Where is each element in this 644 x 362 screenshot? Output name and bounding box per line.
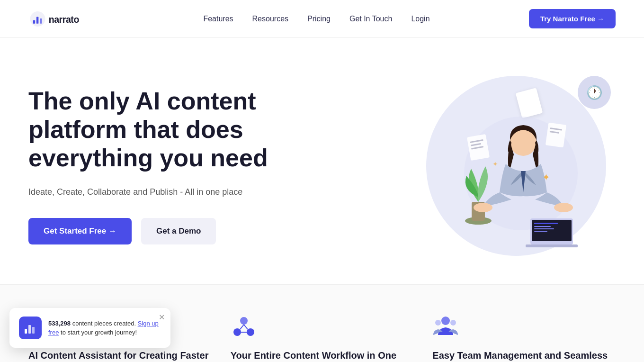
svg-rect-46	[25, 329, 27, 334]
svg-point-39	[240, 317, 248, 325]
nav-get-in-touch[interactable]: Get In Touch	[349, 15, 392, 23]
nav-pricing[interactable]: Pricing	[307, 15, 331, 23]
svg-rect-3	[40, 18, 42, 24]
svg-point-17	[554, 203, 573, 212]
nav-features[interactable]: Features	[203, 15, 233, 23]
logo[interactable]: narrato	[28, 7, 104, 31]
feature-workflow-title: Your Entire Content Workflow in One Plac…	[231, 349, 414, 362]
feature-workflow: Your Entire Content Workflow in One Plac…	[231, 313, 414, 362]
hero-content: The only AI content platform that does e…	[28, 87, 331, 244]
svg-text:✦: ✦	[542, 172, 550, 182]
svg-text:✦: ✦	[492, 160, 498, 168]
try-narrato-free-button[interactable]: Try Narrato Free →	[529, 9, 616, 28]
hero-title: The only AI content platform that does e…	[28, 87, 331, 172]
person-svg: ✦ ✦	[455, 98, 587, 249]
svg-rect-48	[32, 327, 35, 334]
svg-rect-47	[28, 325, 31, 334]
logo-svg: narrato	[28, 7, 104, 31]
svg-rect-11	[534, 226, 551, 227]
svg-rect-12	[534, 228, 554, 229]
nav-links: Features Resources Pricing Get In Touch …	[203, 15, 429, 23]
svg-text:narrato: narrato	[49, 14, 80, 25]
hero-buttons: Get Started Free → Get a Demo	[28, 218, 331, 244]
svg-rect-13	[534, 231, 547, 232]
nav-resources[interactable]: Resources	[252, 15, 288, 23]
feature-ai-title: AI Content Assistant for Creating Faster	[28, 349, 212, 362]
toast-text: 533,298 content pieces created. Sign up …	[48, 319, 161, 337]
team-icon	[432, 313, 459, 340]
svg-point-38	[247, 328, 254, 336]
feature-team: Easy Team Management and Seamless Collab…	[432, 313, 616, 362]
svg-rect-14	[526, 244, 578, 247]
svg-rect-22	[546, 123, 566, 148]
feature-team-title: Easy Team Management and Seamless Collab…	[432, 349, 616, 362]
chart-bars-icon	[23, 320, 38, 335]
hero-section: The only AI content platform that does e…	[0, 38, 644, 284]
toast-close-button[interactable]: ✕	[159, 313, 165, 322]
svg-point-16	[474, 203, 492, 212]
svg-point-45	[450, 320, 456, 326]
workflow-icon	[231, 313, 257, 340]
svg-rect-1	[33, 20, 35, 23]
svg-point-43	[441, 317, 450, 325]
navbar: narrato Features Resources Pricing Get I…	[0, 0, 644, 38]
svg-line-41	[244, 325, 248, 329]
get-started-free-button[interactable]: Get Started Free →	[28, 218, 132, 244]
svg-line-40	[240, 325, 244, 329]
toast-count: 533,298	[48, 320, 71, 327]
svg-rect-10	[534, 223, 558, 224]
hero-figure: ✦ ✦	[455, 98, 587, 251]
svg-point-44	[435, 320, 441, 326]
toast-notification: 533,298 content pieces created. Sign up …	[9, 308, 170, 348]
toast-icon	[19, 317, 42, 339]
hero-subtitle: Ideate, Create, Collaborate and Publish …	[28, 185, 331, 199]
hero-illustration: 🕐	[369, 66, 616, 265]
svg-point-37	[233, 328, 241, 336]
svg-rect-2	[36, 17, 38, 23]
nav-login[interactable]: Login	[411, 15, 429, 23]
get-a-demo-button[interactable]: Get a Demo	[141, 218, 216, 244]
